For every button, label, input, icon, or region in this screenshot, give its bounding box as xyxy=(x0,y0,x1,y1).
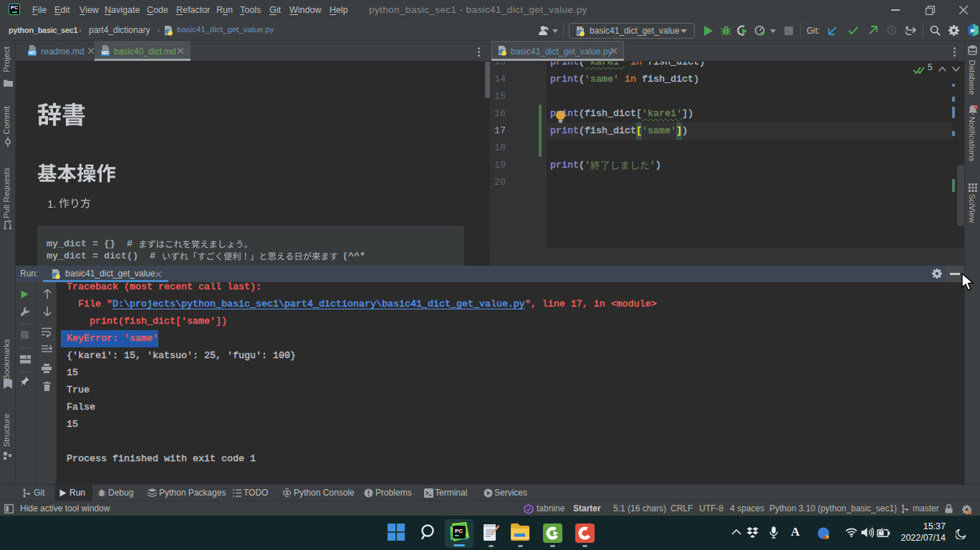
svg-text:MD: MD xyxy=(102,50,109,55)
svg-text:MD: MD xyxy=(29,50,36,55)
svg-text:PC: PC xyxy=(455,528,463,534)
